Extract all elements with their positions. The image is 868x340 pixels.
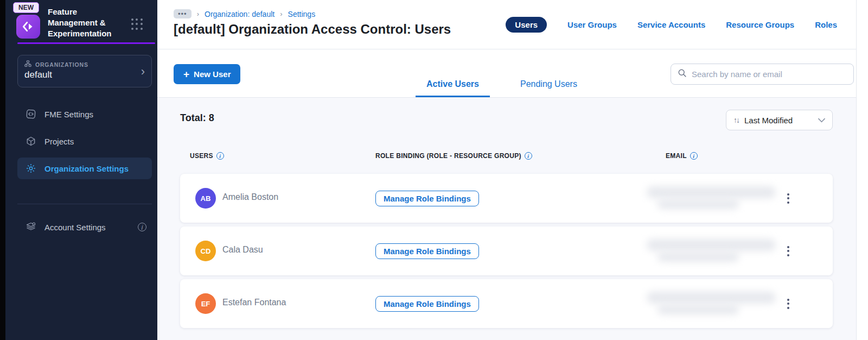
tab-user-groups[interactable]: User Groups (567, 20, 617, 29)
breadcrumb-ellipsis-button[interactable]: ••• (174, 9, 192, 18)
page-title: [default] Organization Access Control: U… (174, 22, 451, 37)
fme-settings-icon (25, 109, 37, 119)
fme-logo-icon (16, 15, 40, 39)
info-icon[interactable]: i (216, 152, 224, 160)
column-header-users: USERS i (190, 152, 224, 160)
chevron-down-icon (818, 115, 825, 125)
sidebar-item-account-settings[interactable]: Account Settings i (17, 216, 152, 238)
user-name: Cala Dasu (222, 245, 263, 255)
new-user-button-label: New User (194, 70, 231, 79)
app-switcher-icon[interactable] (131, 18, 143, 30)
organization-name: default (24, 70, 145, 80)
page-header: ••• › Organization: default › Settings [… (157, 0, 856, 49)
info-icon[interactable]: i (690, 152, 698, 160)
tab-users[interactable]: Users (506, 17, 547, 33)
sidebar-item-label: Account Settings (44, 223, 106, 232)
window-edge (0, 0, 5, 340)
manage-role-bindings-button[interactable]: Manage Role Bindings (375, 243, 479, 259)
sidebar-item-projects[interactable]: Projects (17, 130, 152, 152)
avatar: EF (195, 293, 216, 314)
avatar: CD (195, 241, 216, 261)
sort-dropdown[interactable]: ↑↓ Last Modified (726, 110, 833, 130)
email-redacted (641, 236, 782, 266)
search-icon (678, 68, 687, 80)
breadcrumb: ••• › Organization: default › Settings (174, 9, 315, 18)
info-icon[interactable]: i (525, 152, 532, 160)
table-row: EF Estefan Fontana Manage Role Bindings (180, 279, 833, 328)
table-row: AB Amelia Boston Manage Role Bindings (180, 174, 833, 223)
breadcrumb-separator: › (280, 10, 282, 18)
sidebar-item-organization-settings[interactable]: Organization Settings (17, 158, 152, 179)
sort-selected-value: Last Modified (744, 116, 813, 125)
tab-pending-users[interactable]: Pending Users (509, 79, 588, 97)
users-list-section: Total: 8 ↑↓ Last Modified USERS i ROLE B… (157, 98, 856, 340)
search-box (671, 64, 854, 85)
tab-service-accounts[interactable]: Service Accounts (637, 20, 705, 29)
toolbar: + New User Active Users Pending Users (157, 49, 856, 98)
column-header-email: EMAIL i (666, 152, 698, 160)
email-redacted (641, 288, 782, 319)
sidebar-item-label: Organization Settings (44, 164, 129, 173)
org-hierarchy-icon (24, 60, 31, 68)
sidebar-accent-bar (17, 42, 155, 44)
sidebar-menu: FME Settings Projects Organization Setti… (17, 103, 152, 185)
cube-icon (25, 136, 37, 147)
layers-icon (25, 222, 37, 232)
plus-icon: + (183, 68, 189, 80)
new-badge: NEW (13, 2, 39, 13)
breadcrumb-link-settings[interactable]: Settings (288, 10, 316, 18)
row-menu-kebab-icon[interactable] (783, 296, 793, 311)
new-user-button[interactable]: + New User (174, 64, 240, 84)
gear-icon (25, 163, 37, 174)
row-menu-kebab-icon[interactable] (783, 191, 793, 206)
organization-selector[interactable]: ORGANIZATIONS default › (17, 55, 152, 87)
sidebar-item-label: Projects (44, 137, 74, 146)
table-row: CD Cala Dasu Manage Role Bindings (180, 226, 833, 275)
info-icon[interactable]: i (138, 223, 146, 231)
column-header-role-binding: ROLE BINDING (ROLE - RESOURCE GROUP) i (375, 152, 532, 160)
sort-arrows-icon: ↑↓ (733, 116, 739, 124)
manage-role-bindings-button[interactable]: Manage Role Bindings (375, 191, 479, 206)
users-table: AB Amelia Boston Manage Role Bindings CD… (180, 174, 833, 332)
user-name: Estefan Fontana (222, 298, 286, 307)
total-count: Total: 8 (180, 112, 214, 124)
user-name: Amelia Boston (222, 192, 278, 202)
breadcrumb-separator: › (197, 10, 199, 18)
organizations-label: ORGANIZATIONS (35, 61, 88, 68)
chevron-right-icon: › (141, 66, 145, 78)
right-gutter (856, 0, 868, 340)
table-header-row: USERS i ROLE BINDING (ROLE - RESOURCE GR… (180, 152, 833, 162)
user-state-tabs: Active Users Pending Users (416, 79, 588, 97)
sidebar-item-label: FME Settings (44, 110, 93, 119)
tab-resource-groups[interactable]: Resource Groups (726, 20, 794, 29)
sidebar-divider (17, 204, 152, 204)
email-redacted (641, 183, 782, 213)
access-control-nav: Users User Groups Service Accounts Resou… (506, 17, 837, 33)
app-title: Feature Management & Experimentation (48, 7, 124, 39)
avatar: AB (195, 188, 216, 209)
breadcrumb-link-organization[interactable]: Organization: default (205, 10, 275, 18)
tab-active-users[interactable]: Active Users (416, 79, 490, 97)
row-menu-kebab-icon[interactable] (783, 243, 793, 259)
sidebar-item-fme-settings[interactable]: FME Settings (17, 103, 152, 125)
sidebar: NEW Feature Management & Experimentation… (5, 0, 157, 340)
tab-roles[interactable]: Roles (815, 20, 837, 29)
manage-role-bindings-button[interactable]: Manage Role Bindings (375, 296, 479, 312)
main-panel: ••• › Organization: default › Settings [… (157, 0, 856, 340)
search-input[interactable] (692, 70, 847, 79)
